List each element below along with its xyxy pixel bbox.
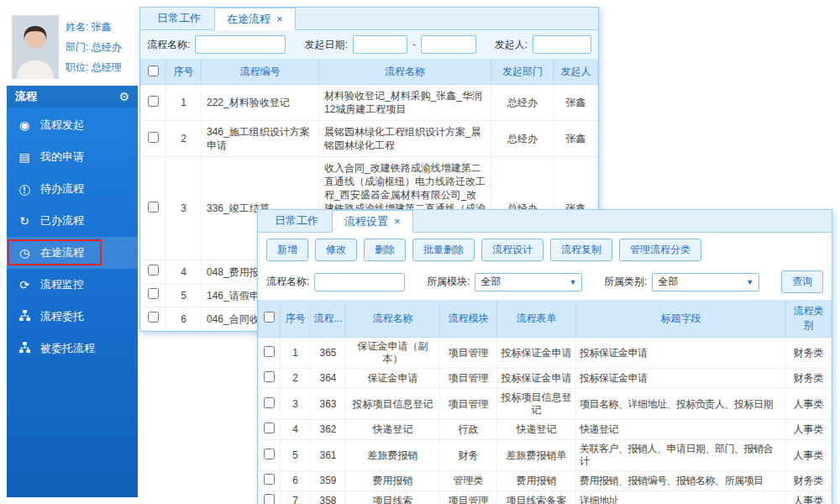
table-row[interactable]: 5 361 差旅费报销 财务 差旅费报销单 关联客户、报销人、申请日期、部门、报…	[259, 440, 832, 471]
table-row[interactable]: 1 222_材料验收登记 材料验收登记_材料采购_张鑫_华润12城房建工程项目 …	[141, 85, 598, 121]
tab-process-settings[interactable]: 流程设置 ×	[332, 210, 413, 233]
table-row[interactable]: 3 363 投标项目信息登记 项目管理 投标项目信息登记 项目名称、详细地址、投…	[259, 389, 832, 420]
row-checkbox[interactable]	[264, 397, 275, 408]
process-name-input[interactable]	[314, 273, 405, 291]
col-header-form: 流程表单	[497, 300, 576, 338]
row-checkbox[interactable]	[264, 494, 275, 504]
window2-filter-bar: 流程名称: 所属模块: 全部 ▼ 所属类别: 全部 ▼ 查询	[258, 267, 832, 300]
sidebar-item-in-transit-processes[interactable]: ◷ 在途流程	[7, 237, 138, 269]
delete-button[interactable]: 删除	[364, 239, 406, 261]
sidebar-item-label: 流程发起	[40, 118, 84, 133]
cell-category: 财务类	[786, 369, 832, 389]
table-row[interactable]: 2 364 保证金申请 项目管理 投标保证金申请 投标保证金申请 财务类	[259, 369, 832, 389]
date-to-input[interactable]	[422, 36, 475, 53]
table-row[interactable]: 7 358 项目线索 项目管理 项目线索备案 详细地址 人事类	[259, 491, 832, 504]
close-tab-icon[interactable]: ×	[276, 13, 283, 25]
col-header-name: 流程名称	[346, 300, 440, 338]
chevron-down-icon: ▼	[569, 278, 576, 286]
window2-toolbar: 新增 修改 删除 批量删除 流程设计 流程复制 管理流程分类	[258, 233, 832, 267]
cell-name: 保证金申请	[346, 369, 440, 389]
tab-daily-work[interactable]: 日常工作	[145, 8, 213, 29]
cell-code: 359	[311, 471, 346, 491]
done-icon: ↻	[17, 214, 32, 228]
sidebar-item-process-delegate[interactable]: 流程委托	[7, 301, 138, 333]
row-checkbox[interactable]	[148, 288, 159, 299]
row-checkbox[interactable]	[264, 423, 275, 433]
initiator-input[interactable]	[533, 35, 591, 54]
sidebar-item-todo-processes[interactable]: ! 待办流程	[7, 173, 138, 205]
row-checkbox[interactable]	[148, 202, 159, 213]
sidebar-item-delegated-processes[interactable]: 被委托流程	[7, 333, 138, 365]
date-from-input[interactable]	[354, 36, 407, 53]
manage-category-button[interactable]: 管理流程分类	[619, 239, 701, 261]
cell-no: 3	[281, 389, 311, 420]
tab-in-transit[interactable]: 在途流程 ×	[214, 8, 296, 30]
search-button[interactable]: 查询	[781, 270, 823, 293]
sidebar-item-done-processes[interactable]: ↻ 已办流程	[7, 205, 138, 237]
row-checkbox[interactable]	[148, 132, 159, 143]
category-select[interactable]: 全部 ▼	[652, 273, 759, 291]
section-title: 流程	[15, 89, 37, 104]
tab-label: 日常工作	[157, 11, 201, 26]
initiator-label: 发起人:	[495, 38, 528, 52]
add-button[interactable]: 新增	[266, 239, 308, 261]
sidebar-item-label: 待办流程	[40, 181, 84, 197]
select-all-checkbox[interactable]	[148, 66, 159, 76]
cell-name: 晨铭园林绿化工程组织设计方案_晨铭园林绿化工程	[319, 121, 491, 157]
sidebar-item-label: 已办流程	[40, 213, 84, 228]
cell-title-field: 投标保证金申请	[576, 338, 786, 369]
process-name-input[interactable]	[195, 35, 286, 54]
select-all-checkbox[interactable]	[264, 312, 275, 323]
row-checkbox[interactable]	[264, 449, 275, 459]
table-header-row: 序号 流程... 流程名称 流程模块 流程表单 标题字段 流程类别	[259, 300, 832, 338]
cell-title-field: 投标保证金申请	[576, 369, 786, 389]
table-row[interactable]: 2 346_施工组织设计方案申请 晨铭园林绿化工程组织设计方案_晨铭园林绿化工程…	[141, 121, 598, 157]
cell-name: 快递登记	[346, 420, 440, 440]
table-row[interactable]: 6 359 费用报销 管理类 费用报销 费用报销、报销编号、报销名称、所属项目 …	[259, 471, 832, 491]
start-date-label: 发起日期:	[305, 38, 348, 52]
process-copy-button[interactable]: 流程复制	[550, 239, 612, 261]
tab-daily-work-2[interactable]: 日常工作	[263, 210, 330, 232]
close-tab-icon[interactable]: ×	[394, 215, 401, 228]
row-checkbox[interactable]	[148, 96, 159, 107]
sidebar-section-header: 流程 ⚙	[7, 86, 138, 108]
row-checkbox[interactable]	[264, 371, 275, 382]
cell-initiator: 张鑫	[554, 121, 598, 157]
cell-no: 6	[281, 471, 311, 491]
row-checkbox[interactable]	[264, 474, 275, 485]
profile-name: 姓名: 张鑫	[66, 20, 122, 34]
col-header-dept: 发起部门	[491, 60, 554, 85]
col-header-module: 流程模块	[440, 300, 497, 338]
cell-title-field: 详细地址	[576, 491, 786, 504]
cell-no: 5	[166, 284, 202, 307]
sidebar-item-my-applications[interactable]: ▤ 我的申请	[7, 141, 138, 173]
process-design-button[interactable]: 流程设计	[481, 239, 543, 261]
cell-module: 财务	[440, 440, 497, 471]
cell-module: 行政	[440, 420, 497, 440]
cell-category: 人事类	[786, 491, 832, 504]
gear-icon[interactable]: ⚙	[118, 90, 129, 103]
cell-title-field: 关联客户、报销人、申请日期、部门、报销合计	[576, 440, 786, 471]
module-select[interactable]: 全部 ▼	[475, 273, 582, 291]
cell-module: 项目管理	[440, 491, 497, 504]
sidebar-item-process-monitor[interactable]: ⟳ 流程监控	[7, 269, 138, 301]
cell-name: 材料验收登记_材料采购_张鑫_华润12城房建工程项目	[319, 85, 491, 121]
my-applications-icon: ▤	[17, 150, 32, 164]
sidebar: 姓名: 张鑫 部门: 总经办 职位: 总经理 流程 ⚙ ◉ 流程发起 ▤ 我的申…	[7, 8, 138, 497]
row-checkbox[interactable]	[264, 346, 275, 357]
cell-no: 5	[281, 440, 311, 471]
cell-dept: 总经办	[491, 85, 554, 121]
table-row[interactable]: 4 362 快递登记 行政 快递登记 快递登记 人事类	[259, 420, 832, 440]
cell-title-field: 快递登记	[576, 420, 786, 440]
row-checkbox[interactable]	[148, 312, 159, 323]
profile-dept: 部门: 总经办	[66, 40, 122, 55]
batch-delete-button[interactable]: 批量删除	[412, 239, 475, 261]
cell-module: 项目管理	[440, 389, 497, 420]
edit-button[interactable]: 修改	[315, 239, 357, 261]
sidebar-item-process-initiate[interactable]: ◉ 流程发起	[7, 109, 138, 141]
date-range-separator: -	[412, 39, 416, 50]
cell-form: 快递登记	[497, 420, 576, 440]
process-settings-table: 序号 流程... 流程名称 流程模块 流程表单 标题字段 流程类别 1 365 …	[258, 300, 832, 504]
table-row[interactable]: 1 365 保证金申请（副本） 项目管理 投标保证金申请 投标保证金申请 财务类	[259, 338, 832, 369]
row-checkbox[interactable]	[148, 265, 159, 276]
